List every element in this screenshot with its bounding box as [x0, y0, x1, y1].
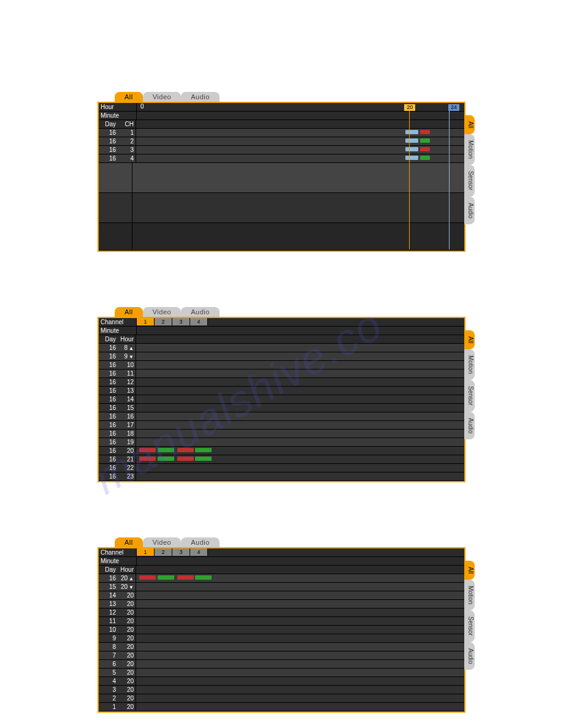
- top-tabs: All Video Audio: [115, 92, 465, 102]
- timeline-row[interactable]: [136, 617, 464, 625]
- ch-header: CH: [118, 121, 136, 127]
- side-motion[interactable]: Motion: [464, 580, 475, 610]
- timeline-row[interactable]: [136, 694, 464, 702]
- timeline-row[interactable]: [136, 574, 464, 582]
- side-all[interactable]: All: [464, 330, 475, 349]
- hour-cell: 20: [118, 626, 136, 633]
- timeline-row[interactable]: [136, 464, 464, 472]
- timeline-row[interactable]: [136, 404, 464, 412]
- timeline-row[interactable]: [136, 677, 464, 685]
- hour-cell: 10: [118, 362, 136, 368]
- side-motion[interactable]: Motion: [464, 134, 475, 165]
- hour-cell: 8▲: [118, 344, 136, 351]
- hour-marker-24: 24: [448, 104, 459, 111]
- hour-cell: 21: [118, 456, 136, 463]
- tab-video[interactable]: Video: [143, 307, 181, 317]
- side-sensor[interactable]: Sensor: [464, 380, 475, 412]
- hour-cell: 23: [118, 473, 136, 480]
- side-sensor[interactable]: Sensor: [464, 165, 475, 197]
- hour-cell: 18: [118, 430, 136, 437]
- timeline-row[interactable]: [136, 146, 464, 154]
- timeline-row[interactable]: [136, 352, 464, 360]
- hour-cell: 20: [118, 447, 136, 454]
- side-tabs: All Motion Sensor Audio: [464, 561, 475, 670]
- side-audio[interactable]: Audio: [464, 197, 475, 225]
- timeline-row[interactable]: [136, 430, 464, 438]
- arrow-down-icon[interactable]: ▼: [128, 354, 134, 360]
- timeline-row[interactable]: [136, 137, 464, 145]
- timeline-row[interactable]: [136, 129, 464, 137]
- hour-cell: 9▼: [118, 353, 136, 360]
- side-sensor[interactable]: Sensor: [464, 610, 475, 642]
- hour-cell: 20: [118, 609, 136, 616]
- day-cell: 16: [99, 387, 118, 394]
- tab-all[interactable]: All: [115, 307, 143, 317]
- channel-3[interactable]: 3: [172, 318, 190, 325]
- timeline-row[interactable]: [136, 651, 464, 659]
- channel-2[interactable]: 2: [155, 318, 172, 325]
- timeline-row[interactable]: [136, 447, 464, 455]
- timeline-row[interactable]: [136, 591, 464, 599]
- hour-cell: 20: [118, 601, 136, 607]
- hour-cell: 20: [118, 652, 136, 659]
- timeline-row[interactable]: [136, 660, 464, 668]
- timeline-row[interactable]: [136, 344, 464, 352]
- hour-cell: 20: [118, 661, 136, 667]
- timeline-row[interactable]: [136, 378, 464, 386]
- channel-4[interactable]: 4: [190, 318, 208, 325]
- timeline-row[interactable]: [136, 412, 464, 420]
- timeline-row[interactable]: [136, 583, 464, 591]
- timeline-row[interactable]: [136, 609, 464, 616]
- arrow-up-icon[interactable]: ▲: [128, 576, 134, 582]
- tab-all[interactable]: All: [115, 92, 143, 102]
- side-audio[interactable]: Audio: [464, 412, 475, 440]
- channel-4[interactable]: 4: [190, 548, 208, 556]
- side-audio[interactable]: Audio: [464, 642, 475, 670]
- hour-header: Hour: [118, 336, 136, 343]
- day-cell: 16: [99, 353, 118, 360]
- hour-cell: 20: [118, 669, 136, 676]
- tab-video[interactable]: Video: [143, 92, 181, 102]
- tab-all[interactable]: All: [115, 537, 143, 547]
- day-cell: 5: [99, 669, 118, 676]
- timeline-row[interactable]: [136, 600, 464, 608]
- side-motion[interactable]: Motion: [464, 349, 475, 380]
- channel-3[interactable]: 3: [172, 548, 190, 556]
- tab-audio[interactable]: Audio: [181, 537, 220, 547]
- day-cell: 2: [99, 695, 118, 702]
- tab-audio[interactable]: Audio: [181, 92, 220, 102]
- timeline-row[interactable]: [136, 387, 464, 395]
- timeline-row[interactable]: [136, 395, 464, 403]
- tab-video[interactable]: Video: [143, 537, 181, 547]
- day-cell: 14: [99, 592, 118, 599]
- channel-2[interactable]: 2: [155, 548, 172, 556]
- hour-cell: 17: [118, 422, 136, 428]
- day-cell: 10: [99, 626, 118, 633]
- timeline-row[interactable]: [136, 669, 464, 677]
- timeline-row[interactable]: [136, 438, 464, 446]
- timeline-row[interactable]: [136, 472, 464, 480]
- timeline-row[interactable]: [136, 370, 464, 377]
- timeline-row[interactable]: [136, 626, 464, 634]
- day-cell: 16: [99, 439, 118, 446]
- timeline-row[interactable]: [136, 455, 464, 463]
- timeline-row[interactable]: [136, 154, 464, 162]
- minute-label: Minute: [99, 558, 136, 564]
- timeline-row[interactable]: [136, 686, 464, 694]
- hour-cell: 20: [118, 686, 136, 693]
- timeline-row[interactable]: [136, 361, 464, 369]
- tab-audio[interactable]: Audio: [181, 307, 220, 317]
- timeline-row[interactable]: [136, 703, 464, 711]
- timeline-row[interactable]: [136, 634, 464, 642]
- day-cell: 16: [99, 456, 118, 463]
- timeline-row[interactable]: [136, 643, 464, 651]
- arrow-down-icon[interactable]: ▼: [128, 585, 134, 590]
- hour-header: Hour: [118, 566, 136, 573]
- channel-1[interactable]: 1: [137, 318, 155, 325]
- side-all[interactable]: All: [464, 561, 475, 580]
- hour-cell: 11: [118, 370, 136, 377]
- side-all[interactable]: All: [464, 115, 475, 134]
- arrow-up-icon[interactable]: ▲: [128, 346, 134, 351]
- channel-1[interactable]: 1: [137, 548, 155, 556]
- timeline-row[interactable]: [136, 421, 464, 429]
